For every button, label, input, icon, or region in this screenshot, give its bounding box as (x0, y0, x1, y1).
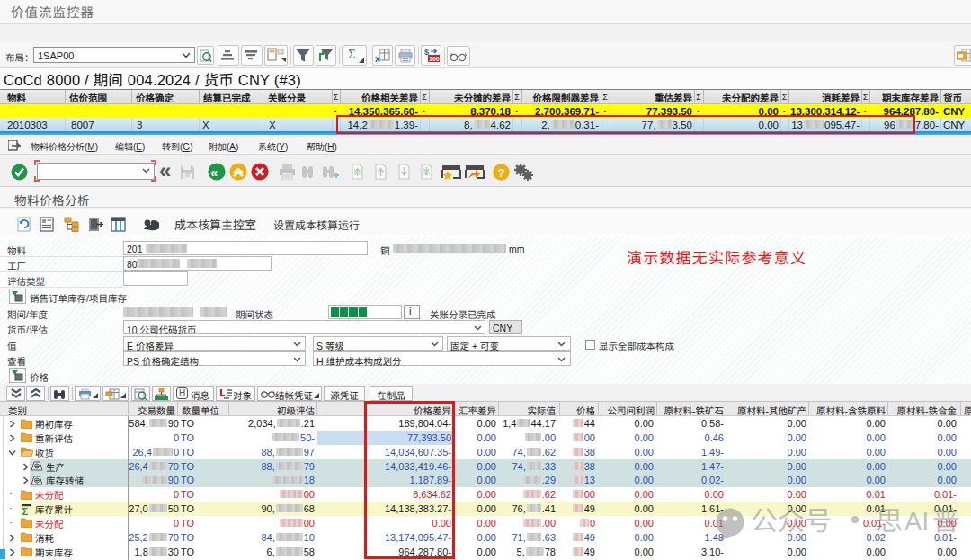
svg-text:100: 100 (429, 56, 440, 62)
svg-text:?: ? (498, 166, 505, 180)
svg-text:思: 思 (876, 499, 903, 538)
svg-text:Σ: Σ (22, 505, 29, 515)
svg-text:普: 普 (932, 499, 959, 538)
svg-text:«: « (210, 164, 218, 180)
svg-text:公众号: 公众号 (751, 499, 832, 538)
svg-text:AI: AI (904, 507, 929, 536)
svg-text:x: x (375, 54, 380, 63)
